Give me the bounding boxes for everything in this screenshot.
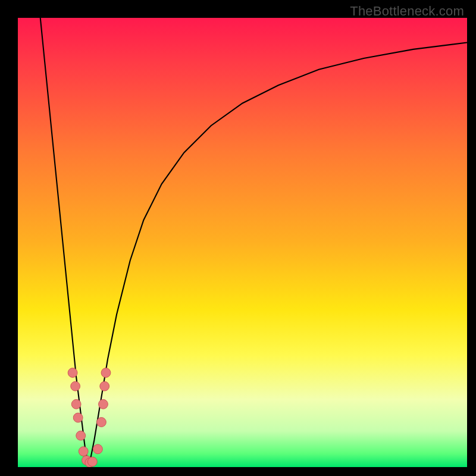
frame-border-left bbox=[0, 0, 18, 476]
marker-dot bbox=[99, 399, 108, 409]
marker-dot bbox=[100, 381, 109, 391]
marker-group bbox=[68, 368, 111, 467]
marker-dot bbox=[71, 399, 81, 409]
curve-left-branch bbox=[40, 18, 89, 467]
marker-dot bbox=[71, 381, 80, 391]
marker-dot bbox=[101, 368, 111, 378]
marker-dot bbox=[76, 431, 86, 440]
curve-layer bbox=[18, 18, 467, 467]
marker-dot bbox=[93, 444, 102, 454]
marker-dot bbox=[79, 447, 88, 456]
marker-dot bbox=[87, 457, 97, 466]
watermark: TheBottleneck.com bbox=[350, 4, 464, 19]
plot-area bbox=[18, 18, 467, 467]
marker-dot bbox=[68, 368, 77, 378]
marker-dot bbox=[97, 418, 107, 427]
marker-dot bbox=[73, 413, 83, 422]
chart-frame: TheBottleneck.com bbox=[0, 0, 476, 476]
frame-border-bottom bbox=[0, 467, 476, 476]
curve-right-branch bbox=[89, 43, 467, 467]
